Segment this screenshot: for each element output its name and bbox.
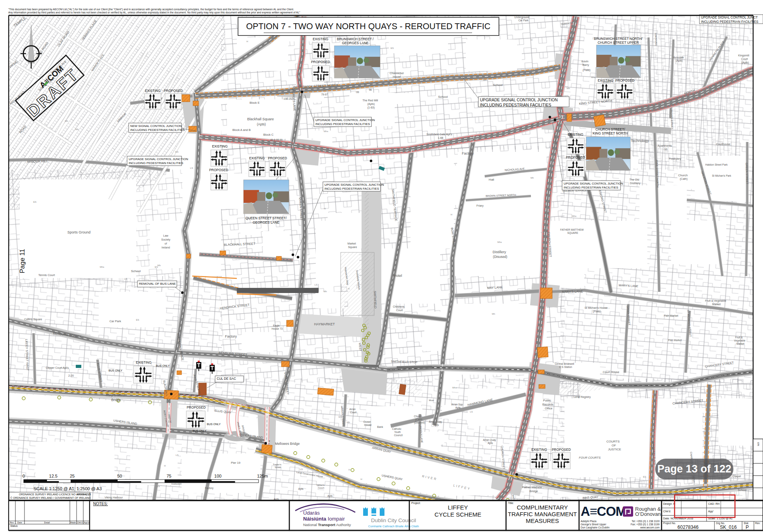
svg-text:St Michan's House: St Michan's House: [585, 306, 607, 309]
svg-text:Court: Court: [741, 58, 748, 60]
svg-text:H: H: [246, 40, 248, 43]
svg-text:Records: Records: [542, 403, 553, 406]
svg-text:Market: Market: [737, 342, 744, 345]
svg-text:Smithfield Gate Apt's: Smithfield Gate Apt's: [427, 133, 452, 136]
svg-text:House: House: [364, 424, 372, 426]
svg-text:(Apts): (Apts): [257, 122, 266, 126]
svg-text:Hotel: Hotel: [394, 274, 402, 278]
svg-text:Mh: Mh: [324, 290, 327, 293]
svg-text:Made: Made: [70, 521, 76, 524]
svg-text:Status:: Status:: [10, 525, 18, 527]
svg-text:OPTION 7 - TWO WAY NORTH QUAYS: OPTION 7 - TWO WAY NORTH QUAYS - REROUTE…: [246, 22, 490, 31]
svg-text:INCLUDING PEDESTRIAN FACILITIE: INCLUDING PEDESTRIAN FACILITIES: [480, 103, 551, 107]
svg-text:H: H: [360, 478, 362, 480]
svg-text:C S Station: C S Station: [559, 366, 572, 368]
svg-text:Avondale: Avondale: [673, 56, 684, 59]
svg-text:EXISTING: EXISTING: [313, 37, 328, 41]
svg-text:12.5: 12.5: [49, 474, 57, 478]
svg-text:Mhs: Mhs: [193, 353, 197, 355]
svg-text:Block C: Block C: [263, 133, 274, 136]
svg-text:PROPOSED: PROPOSED: [164, 89, 183, 93]
svg-text:EXISTING: EXISTING: [136, 360, 152, 364]
svg-text:79-97: 79-97: [321, 93, 328, 96]
svg-text:Society: Society: [161, 238, 171, 241]
svg-text:Viking Harbour: Viking Harbour: [105, 496, 123, 499]
svg-text:Mhs: Mhs: [591, 76, 596, 78]
svg-text:of: of: [165, 242, 167, 245]
svg-text:EXISTING: EXISTING: [212, 144, 228, 148]
svg-text:App’: App’: [708, 510, 714, 513]
svg-text:ES: ES: [136, 319, 139, 321]
svg-text:75: 75: [167, 474, 171, 478]
svg-text:ORDNANCE SURVEY IRELAND LICENC: ORDNANCE SURVEY IRELAND LICENCE NO AR006…: [19, 493, 91, 496]
svg-text:Rory O'More: Rory O'More: [106, 393, 125, 397]
svg-text:Mh: Mh: [240, 435, 244, 437]
svg-text:H: H: [348, 287, 349, 290]
svg-text:2-20: 2-20: [68, 374, 74, 377]
svg-text:Charmichel: Charmichel: [390, 72, 404, 75]
svg-text:Kingsmill: Kingsmill: [738, 54, 749, 57]
svg-text:Friary: Friary: [476, 204, 484, 207]
svg-text:Courthouse: Courthouse: [716, 143, 730, 146]
svg-text:Fruit &: Fruit &: [735, 336, 743, 339]
svg-text:0: 0: [22, 474, 25, 478]
svg-text:TRAFFIC MANAGEMENT: TRAFFIC MANAGEMENT: [508, 511, 577, 517]
svg-text:FOUR COURTS: FOUR COURTS: [579, 456, 601, 459]
svg-text:50: 50: [117, 474, 122, 478]
svg-text:Arran: Arran: [349, 408, 356, 411]
svg-text:www.aecom.com: www.aecom.com: [640, 526, 660, 529]
svg-text:COURTS: COURTS: [606, 440, 620, 443]
svg-text:LS: LS: [176, 454, 178, 456]
svg-text:Technology: Technology: [631, 139, 649, 143]
svg-text:EXISTING: EXISTING: [598, 78, 613, 82]
svg-text:Distillery: Distillery: [493, 250, 506, 254]
svg-text:Page 11: Page 11: [19, 249, 26, 273]
svg-text:Vegetable: Vegetable: [734, 339, 746, 342]
svg-text:cm: cm: [757, 442, 760, 446]
svg-text:LS: LS: [470, 411, 472, 413]
svg-text:Church: Church: [678, 174, 688, 177]
svg-text:Church: Church: [414, 415, 422, 418]
svg-text:ES: ES: [390, 47, 394, 49]
svg-text:Council: Council: [394, 434, 403, 437]
svg-text:102-107: 102-107: [246, 138, 256, 140]
svg-text:Collins Square: Collins Square: [24, 318, 42, 321]
svg-text:Youth: Youth: [394, 431, 401, 433]
svg-text:Mh: Mh: [65, 120, 68, 122]
svg-text:Mh: Mh: [157, 264, 161, 267]
svg-text:UPGRADE SIGNAL CONTROL JUNCT: UPGRADE SIGNAL CONTROL JUNCT: [701, 16, 758, 19]
svg-text:H: H: [324, 207, 326, 210]
svg-text:Náisiúnta Iompair: Náisiúnta Iompair: [303, 516, 345, 522]
svg-text:Barry: Barry: [583, 63, 589, 67]
svg-text:Market: Market: [712, 303, 720, 306]
svg-text:PROPOSED: PROPOSED: [311, 60, 330, 64]
svg-text:EXISTING: EXISTING: [531, 448, 547, 452]
svg-text:Apts: Apts: [327, 495, 333, 498]
svg-text:Mh: Mh: [483, 79, 486, 81]
svg-text:Any information provided by th: Any information provided by third partie…: [8, 11, 300, 14]
svg-text:Chk'd: Chk'd: [77, 521, 82, 524]
svg-text:UPGRADE SIGNAL CONTROL JUNCTIO: UPGRADE SIGNAL CONTROL JUNCTION: [324, 183, 384, 187]
svg-text:House: House: [393, 75, 401, 78]
svg-text:ES: ES: [157, 485, 160, 487]
svg-text:EXISTING: EXISTING: [145, 89, 161, 93]
svg-text:100: 100: [214, 474, 221, 478]
svg-text:GEORGES LANE: GEORGES LANE: [342, 41, 369, 45]
svg-text:UPGRADE SIGNAL CONTROL JUNCTIO: UPGRADE SIGNAL CONTROL JUNCTION: [564, 182, 623, 185]
svg-text:Bank: Bank: [377, 426, 384, 428]
svg-text:SCALE 1:1250 @ A1; 1:2500 @ A: SCALE 1:1250 @ A1; 1:2500 @ A3: [34, 486, 102, 491]
svg-text:Arran Quay: Arran Quay: [429, 420, 442, 424]
svg-text:FATHER MATTHEW: FATHER MATTHEW: [560, 228, 584, 231]
svg-text:1-68: 1-68: [438, 136, 443, 139]
svg-text:P: P: [746, 525, 749, 530]
svg-text:Eagle: Eagle: [273, 324, 280, 327]
svg-text:Catholic: Catholic: [392, 427, 401, 430]
svg-text:(Cath): (Cath): [680, 177, 687, 181]
svg-text:Mh: Mh: [347, 421, 350, 424]
svg-text:Fruit & Vegetable: Fruit & Vegetable: [705, 299, 726, 302]
svg-text:Mellowes Bridge: Mellowes Bridge: [275, 442, 300, 446]
svg-text:House 73: House 73: [272, 327, 283, 330]
svg-text:ARBOUR HILL: ARBOUR HILL: [27, 159, 48, 164]
svg-text:UPGRADE SIGNAL CONTROL JUNCTIO: UPGRADE SIGNAL CONTROL JUNCTION: [480, 98, 558, 102]
svg-text:Presbytery: Presbytery: [669, 157, 681, 161]
